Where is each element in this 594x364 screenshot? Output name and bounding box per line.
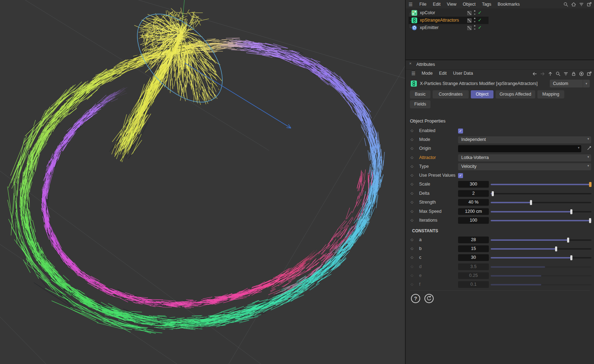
value-field[interactable]: 30	[458, 254, 489, 261]
visibility-dots-icon[interactable]	[474, 25, 475, 30]
value-field[interactable]: 2	[458, 190, 489, 197]
tab-coordinates[interactable]: Coordinates	[433, 90, 469, 98]
attr-menu-item-edit[interactable]: Edit	[436, 71, 450, 76]
tab-object[interactable]: Object	[471, 90, 493, 98]
search-icon[interactable]	[555, 71, 561, 76]
tab-mapping[interactable]: Mapping	[537, 90, 564, 98]
property-row-iterations: ◇Iterations100	[406, 217, 594, 224]
tab-basic[interactable]: Basic	[410, 90, 430, 98]
slider-track[interactable]	[491, 239, 592, 241]
slider-track[interactable]	[491, 202, 592, 203]
slider-track[interactable]	[491, 248, 592, 250]
value-field[interactable]: 28	[458, 237, 489, 243]
attr-menu-item-mode[interactable]: Mode	[418, 71, 436, 76]
eyedropper-icon[interactable]	[587, 146, 593, 151]
filter-icon[interactable]	[563, 71, 569, 76]
value-field[interactable]: 0.25	[458, 272, 489, 279]
slider-track[interactable]	[491, 184, 592, 185]
home-icon[interactable]	[571, 2, 576, 7]
menu-item-tags[interactable]: Tags	[479, 2, 494, 7]
diamond-icon: ◇	[411, 182, 413, 186]
slider-track[interactable]	[491, 193, 592, 194]
value-field[interactable]: 40 %	[458, 199, 489, 206]
dropdown[interactable]: Velocity▾	[458, 163, 591, 170]
slider-track[interactable]	[491, 284, 592, 285]
property-label: a	[419, 237, 422, 242]
slider-track[interactable]	[491, 266, 592, 268]
dropdown[interactable]: Independent▾	[458, 136, 591, 143]
slider-handle[interactable]	[570, 209, 572, 214]
diamond-icon: ◇	[411, 146, 413, 150]
slider-handle[interactable]	[555, 246, 557, 251]
layer-square-icon[interactable]	[467, 18, 472, 23]
slider-handle[interactable]	[589, 218, 591, 223]
lock-icon[interactable]	[571, 71, 576, 76]
object-row-xpemitter[interactable]: xpEmitter✓	[406, 24, 594, 32]
value-field[interactable]: 300	[458, 181, 489, 188]
layer-square-icon[interactable]	[467, 26, 472, 30]
visibility-dots-icon[interactable]	[474, 18, 475, 23]
slider-track[interactable]	[491, 211, 592, 212]
link-field[interactable]: ▾	[458, 145, 581, 152]
arrow-left-icon[interactable]	[532, 71, 537, 76]
dropdown-value: Velocity	[461, 164, 476, 169]
slider-track[interactable]	[491, 220, 592, 221]
tab-groups-affected[interactable]: Groups Affected	[496, 90, 535, 98]
object-title-row: X-Particles Strange Attractors Modifier …	[406, 79, 594, 89]
attr-menu-item-user-data[interactable]: User Data	[450, 71, 476, 76]
layer-square-icon[interactable]	[467, 11, 472, 15]
object-row-xpcolor[interactable]: xpColor✓	[406, 9, 594, 17]
slider-handle[interactable]	[492, 191, 494, 196]
right-panel: ☰ FileEditViewObjectTagsBookmarks xpColo…	[406, 0, 594, 364]
3d-viewport[interactable]	[0, 0, 406, 364]
slider-handle[interactable]	[589, 182, 592, 187]
object-row-xpstrangeattractors[interactable]: xpStrangeAttractors✓	[406, 17, 594, 24]
search-icon[interactable]	[563, 2, 569, 7]
menu-item-object[interactable]: Object	[459, 2, 479, 7]
close-icon[interactable]: ×	[409, 61, 411, 66]
menu-item-file[interactable]: File	[416, 2, 430, 7]
help-icon[interactable]: ?	[411, 294, 420, 303]
property-label: Mode	[419, 137, 430, 142]
panel-icon[interactable]	[587, 2, 592, 7]
property-label: d	[419, 264, 422, 269]
enabled-check-icon[interactable]: ✓	[478, 10, 482, 15]
value-field[interactable]: 1200 cm	[458, 208, 489, 215]
tab-fields[interactable]: Fields	[410, 100, 430, 108]
checkbox-checked[interactable]: ✓	[458, 173, 463, 178]
diamond-icon: ◇	[411, 209, 413, 213]
object-title: X-Particles Strange Attractors Modifier …	[420, 81, 548, 86]
reset-icon[interactable]	[424, 294, 434, 303]
slider-fill	[491, 202, 531, 203]
slider-handle[interactable]	[567, 238, 569, 243]
slider-track[interactable]	[491, 275, 592, 277]
value-field[interactable]: 15	[458, 245, 489, 252]
visibility-dots-icon[interactable]	[474, 10, 475, 16]
menu-item-edit[interactable]: Edit	[430, 2, 444, 7]
diamond-icon: ◇	[411, 155, 413, 159]
record-icon[interactable]	[579, 71, 584, 76]
hamburger-menu-icon[interactable]: ☰	[411, 71, 416, 76]
arrow-right-icon[interactable]	[540, 71, 545, 76]
hamburger-menu-icon[interactable]: ☰	[409, 2, 413, 7]
slider-track[interactable]	[491, 257, 592, 258]
menu-item-bookmarks[interactable]: Bookmarks	[495, 2, 523, 7]
slider-handle[interactable]	[530, 200, 532, 205]
panel-icon[interactable]	[587, 71, 592, 76]
dropdown[interactable]: Lotka-Volterra▾	[458, 154, 591, 161]
property-row-e: ◇e0.25	[406, 272, 594, 279]
arrow-up-icon[interactable]	[548, 71, 553, 76]
filter-icon[interactable]	[579, 2, 584, 7]
enabled-check-icon[interactable]: ✓	[478, 17, 482, 23]
app-window: { "object_manager": { "menu": ["File", "…	[0, 0, 594, 364]
checkbox-checked[interactable]: ✓	[458, 129, 463, 133]
value-field[interactable]: 100	[458, 217, 489, 224]
menu-item-view[interactable]: View	[444, 2, 459, 7]
property-label: e	[419, 273, 422, 278]
value-field[interactable]: 0.1	[458, 281, 489, 288]
slider-handle[interactable]	[570, 255, 572, 260]
property-label: b	[419, 246, 422, 251]
preset-dropdown[interactable]: Custom ▾	[550, 80, 590, 87]
enabled-check-icon[interactable]: ✓	[478, 25, 482, 30]
value-field[interactable]: 3.5	[458, 263, 489, 270]
